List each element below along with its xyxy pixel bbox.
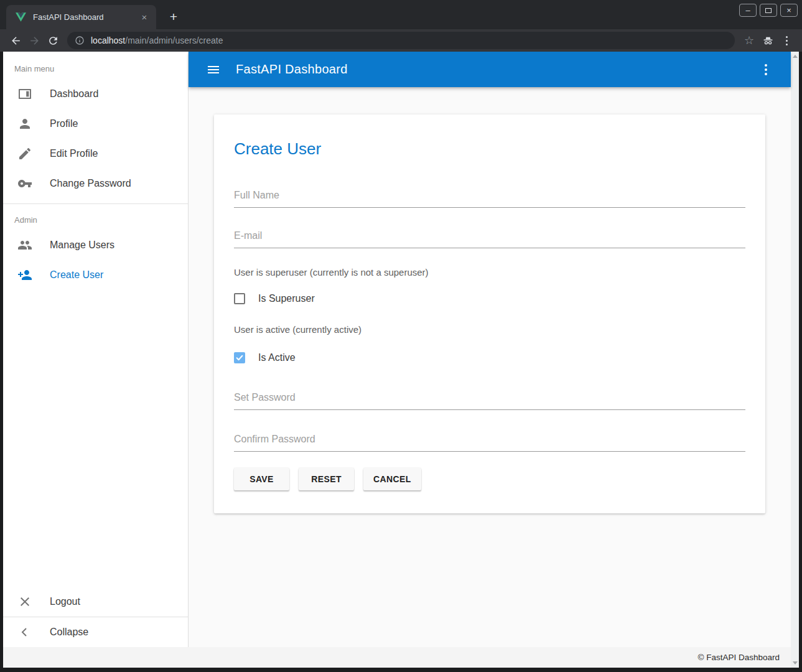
sidebar-item-label: Profile bbox=[50, 118, 78, 129]
person-add-icon bbox=[17, 268, 32, 282]
pencil-icon bbox=[17, 146, 32, 161]
window-maximize-button[interactable] bbox=[760, 4, 777, 17]
sidebar-item-edit-profile[interactable]: Edit Profile bbox=[3, 139, 188, 169]
reload-button[interactable] bbox=[44, 32, 62, 49]
active-checkbox-label: Is Active bbox=[258, 352, 296, 363]
cancel-button[interactable]: CANCEL bbox=[363, 468, 421, 490]
key-icon bbox=[17, 176, 32, 191]
create-user-card: Create User User is superuser (currently… bbox=[214, 114, 765, 513]
scrollbar-up-icon[interactable] bbox=[793, 55, 798, 58]
person-icon bbox=[17, 116, 32, 131]
sidebar-item-create-user[interactable]: Create User bbox=[3, 260, 188, 290]
sidebar: Main menu Dashboard Profile Edit Profile bbox=[3, 52, 189, 647]
email-input[interactable] bbox=[234, 226, 745, 248]
sidebar-section-admin: Admin bbox=[3, 209, 188, 230]
tab-title: FastAPI Dashboard bbox=[33, 12, 139, 22]
incognito-icon bbox=[762, 35, 774, 47]
sidebar-item-label: Change Password bbox=[50, 178, 131, 189]
minimize-icon: – bbox=[745, 6, 750, 14]
sidebar-item-change-password[interactable]: Change Password bbox=[3, 169, 188, 198]
sidebar-item-collapse[interactable]: Collapse bbox=[3, 617, 188, 647]
superuser-checkbox-label: Is Superuser bbox=[258, 293, 315, 304]
sidebar-item-profile[interactable]: Profile bbox=[3, 109, 188, 139]
forward-button[interactable] bbox=[25, 32, 44, 49]
confirm-password-input[interactable] bbox=[234, 430, 745, 452]
confirm-password-field-wrap bbox=[234, 430, 745, 452]
save-button[interactable]: SAVE bbox=[234, 468, 289, 490]
address-bar[interactable]: localhost/main/admin/users/create bbox=[67, 32, 735, 49]
full-name-input[interactable] bbox=[234, 186, 745, 208]
close-icon: × bbox=[786, 6, 791, 14]
sidebar-item-label: Dashboard bbox=[50, 88, 98, 100]
browser-menu-button[interactable] bbox=[777, 32, 796, 49]
people-icon bbox=[17, 238, 32, 253]
back-arrow-icon bbox=[10, 35, 22, 47]
full-name-field-wrap bbox=[234, 186, 745, 208]
incognito-indicator bbox=[758, 32, 777, 49]
superuser-checkbox[interactable] bbox=[234, 293, 245, 304]
sidebar-item-logout[interactable]: Logout bbox=[3, 587, 188, 617]
sidebar-item-manage-users[interactable]: Manage Users bbox=[3, 230, 188, 260]
hamburger-icon bbox=[206, 62, 221, 77]
footer-copyright: © FastAPI Dashboard bbox=[697, 653, 780, 662]
superuser-checkbox-row[interactable]: Is Superuser bbox=[234, 293, 745, 304]
check-icon bbox=[235, 353, 244, 362]
maximize-icon bbox=[765, 8, 772, 13]
sidebar-item-label: Logout bbox=[50, 596, 80, 607]
reset-button[interactable]: RESET bbox=[299, 468, 354, 490]
chevron-left-icon bbox=[17, 625, 32, 640]
back-button[interactable] bbox=[6, 32, 25, 49]
dashboard-icon bbox=[17, 86, 32, 101]
appbar-menu-button[interactable] bbox=[751, 55, 781, 85]
menu-toggle-button[interactable] bbox=[198, 55, 228, 85]
star-icon: ☆ bbox=[744, 34, 754, 47]
tab-strip: FastAPI Dashboard × + – × bbox=[0, 0, 802, 29]
close-x-icon bbox=[17, 594, 32, 609]
bookmark-button[interactable]: ☆ bbox=[740, 32, 758, 49]
superuser-hint: User is superuser (currently is not a su… bbox=[234, 267, 745, 278]
browser-window: FastAPI Dashboard × + – × localhost/main… bbox=[0, 0, 802, 672]
browser-toolbar: localhost/main/admin/users/create ☆ bbox=[0, 29, 802, 52]
app-root: Main menu Dashboard Profile Edit Profile bbox=[3, 52, 791, 647]
active-checkbox-row[interactable]: Is Active bbox=[234, 352, 745, 363]
url-host: localhost bbox=[91, 35, 125, 45]
set-password-field-wrap bbox=[234, 388, 745, 410]
app-bar: FastAPI Dashboard bbox=[189, 52, 791, 87]
sidebar-item-label: Edit Profile bbox=[50, 148, 98, 159]
window-minimize-button[interactable]: – bbox=[739, 4, 757, 17]
sidebar-item-label: Manage Users bbox=[50, 240, 114, 251]
page-content: Create User User is superuser (currently… bbox=[189, 87, 791, 647]
active-checkbox[interactable] bbox=[234, 352, 245, 363]
appbar-title: FastAPI Dashboard bbox=[236, 62, 348, 77]
forward-arrow-icon bbox=[29, 35, 40, 47]
app-footer: © FastAPI Dashboard bbox=[3, 647, 791, 668]
sidebar-divider bbox=[3, 203, 188, 204]
browser-tab[interactable]: FastAPI Dashboard × bbox=[6, 5, 156, 29]
sidebar-section-main-menu: Main menu bbox=[3, 58, 188, 79]
info-icon bbox=[75, 35, 85, 45]
set-password-input[interactable] bbox=[234, 388, 745, 410]
active-hint: User is active (currently active) bbox=[234, 324, 745, 335]
sidebar-item-dashboard[interactable]: Dashboard bbox=[3, 79, 188, 109]
scrollbar-down-icon[interactable] bbox=[793, 661, 798, 665]
new-tab-button[interactable]: + bbox=[165, 8, 182, 26]
main-area: FastAPI Dashboard Create User User is su… bbox=[189, 52, 791, 647]
url-path: /main/admin/users/create bbox=[125, 35, 223, 45]
page-title: Create User bbox=[234, 139, 745, 159]
sidebar-item-label: Collapse bbox=[50, 627, 88, 638]
page-scrollbar[interactable] bbox=[791, 52, 799, 668]
sidebar-item-label: Create User bbox=[50, 269, 103, 281]
sidebar-spacer bbox=[3, 290, 188, 587]
window-close-button[interactable]: × bbox=[780, 4, 798, 17]
tab-close-icon[interactable]: × bbox=[139, 12, 150, 23]
email-field-wrap bbox=[234, 226, 745, 248]
form-actions: SAVE RESET CANCEL bbox=[234, 468, 745, 490]
window-controls: – × bbox=[739, 4, 798, 17]
vue-logo-icon bbox=[16, 12, 26, 22]
reload-icon bbox=[47, 35, 59, 47]
